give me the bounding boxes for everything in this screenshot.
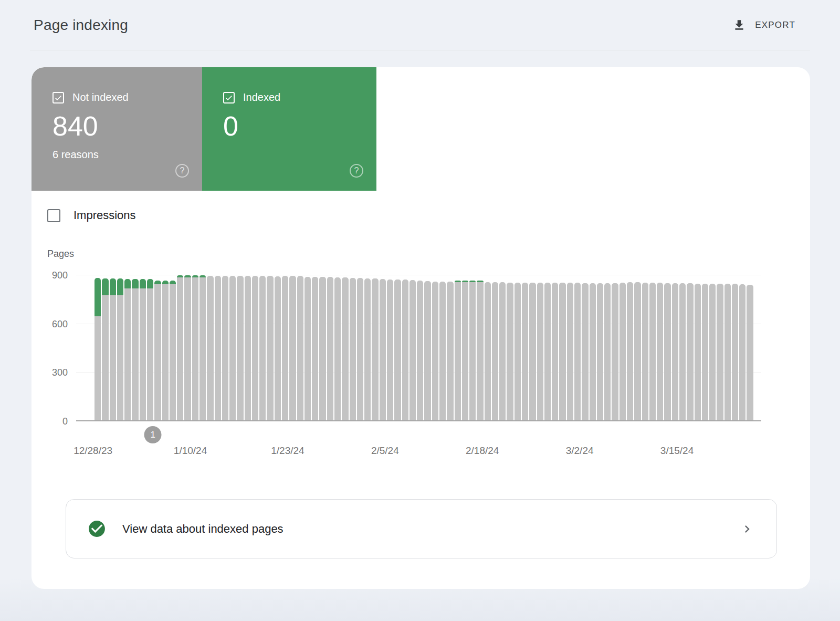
chart-bar[interactable]	[597, 283, 603, 420]
chart-bar[interactable]	[215, 276, 221, 420]
chart-bar[interactable]	[537, 283, 543, 420]
chart-bar[interactable]	[132, 279, 138, 420]
chart-bar[interactable]	[695, 284, 701, 420]
chevron-right-icon[interactable]	[740, 522, 754, 536]
chart-bar[interactable]	[574, 283, 581, 420]
chart-bar[interactable]	[417, 281, 423, 420]
chart-bar[interactable]	[252, 276, 258, 420]
export-button[interactable]: EXPORT	[732, 18, 795, 32]
not-indexed-card[interactable]: Not indexed 840 6 reasons ?	[32, 67, 202, 191]
view-indexed-data-card[interactable]: View data about indexed pages	[66, 499, 777, 558]
chart-bar[interactable]	[485, 282, 491, 420]
chart-bar[interactable]	[364, 278, 371, 420]
chart-bar[interactable]	[267, 276, 273, 420]
chart-bar[interactable]	[657, 283, 663, 420]
chart-bar[interactable]	[439, 282, 446, 420]
chart-bar[interactable]	[499, 282, 506, 420]
chart-bar[interactable]	[702, 284, 708, 420]
chart-bar[interactable]	[739, 284, 746, 420]
chart-bar[interactable]	[679, 283, 686, 420]
chart-bar[interactable]	[162, 281, 169, 420]
chart-bar[interactable]	[192, 275, 198, 420]
chart-bar[interactable]	[455, 281, 461, 420]
indexed-card[interactable]: Indexed 0 ?	[202, 67, 376, 191]
chart-bar[interactable]	[634, 282, 640, 420]
chart-bar[interactable]	[200, 275, 206, 420]
chart-bar[interactable]	[237, 276, 243, 420]
chart-bar[interactable]	[124, 279, 131, 420]
chart-bar[interactable]	[604, 283, 611, 420]
chart-bar[interactable]	[282, 276, 288, 420]
chart-bar[interactable]	[170, 281, 176, 420]
chart-bar[interactable]	[642, 283, 648, 420]
chart-bar[interactable]	[394, 280, 401, 420]
chart-bar[interactable]	[110, 278, 116, 420]
chart-bar[interactable]	[350, 278, 356, 420]
chart-bar[interactable]	[289, 276, 296, 420]
chart-bar[interactable]	[649, 283, 656, 420]
chart-bar[interactable]	[319, 277, 326, 420]
chart-bar[interactable]	[140, 279, 146, 420]
chart-bar[interactable]	[544, 283, 551, 420]
chart-bar[interactable]	[469, 281, 476, 420]
chart-bar[interactable]	[529, 283, 536, 420]
chart-bar[interactable]	[627, 282, 633, 420]
chart-bar[interactable]	[447, 282, 453, 420]
chart-bar[interactable]	[424, 281, 430, 420]
chart-bar[interactable]	[492, 282, 498, 420]
chart-bar[interactable]	[327, 277, 333, 420]
chart-bar[interactable]	[102, 278, 108, 420]
help-icon[interactable]: ?	[175, 164, 189, 178]
chart-bar[interactable]	[357, 278, 363, 420]
help-icon[interactable]: ?	[350, 164, 363, 178]
chart-bar[interactable]	[304, 277, 311, 420]
chart-bar[interactable]	[724, 284, 731, 420]
chart-bar[interactable]	[184, 275, 191, 420]
chart-bar[interactable]	[410, 280, 416, 420]
chart-bar[interactable]	[402, 280, 408, 420]
chart-bar[interactable]	[380, 279, 386, 420]
chart-bar[interactable]	[297, 276, 303, 420]
chart-bar[interactable]	[372, 278, 378, 420]
chart-bar[interactable]	[432, 282, 438, 420]
annotation-marker[interactable]: 1	[144, 426, 162, 443]
chart-bar[interactable]	[552, 283, 558, 420]
chart-bar[interactable]	[620, 283, 626, 420]
chart-bar[interactable]	[117, 278, 123, 420]
chart-bar[interactable]	[154, 281, 161, 420]
chart-bar[interactable]	[387, 280, 393, 420]
chart-bar[interactable]	[612, 283, 618, 420]
chart-bar[interactable]	[94, 278, 101, 420]
chart-bar[interactable]	[567, 283, 573, 420]
chart-bar[interactable]	[687, 283, 693, 420]
chart-bar[interactable]	[259, 276, 266, 420]
chart-bar[interactable]	[312, 277, 318, 420]
chart-bar[interactable]	[747, 285, 753, 420]
chart-bar[interactable]	[514, 283, 521, 420]
chart-bar[interactable]	[334, 277, 341, 420]
chart-bar[interactable]	[342, 277, 348, 420]
chart-bar[interactable]	[590, 283, 596, 420]
chart-bar[interactable]	[229, 276, 236, 420]
chart-bar[interactable]	[522, 283, 528, 420]
chart-bar[interactable]	[147, 279, 153, 420]
unchecked-checkbox-icon[interactable]	[47, 209, 60, 222]
chart-bar[interactable]	[709, 284, 716, 420]
chart-bar[interactable]	[582, 283, 588, 420]
chart-bar[interactable]	[275, 276, 281, 420]
chart-bar[interactable]	[664, 283, 670, 420]
chart-bar[interactable]	[507, 283, 513, 420]
checked-checkbox-icon[interactable]	[52, 92, 64, 104]
checked-checkbox-icon[interactable]	[223, 92, 235, 104]
chart-bar[interactable]	[207, 276, 213, 420]
chart-bar[interactable]	[672, 283, 678, 420]
chart-bar[interactable]	[177, 275, 183, 420]
chart-bar[interactable]	[245, 276, 251, 420]
chart-bar[interactable]	[222, 276, 228, 420]
chart-bar[interactable]	[732, 284, 738, 420]
chart-bar[interactable]	[477, 281, 483, 420]
impressions-toggle[interactable]: Impressions	[47, 209, 810, 222]
chart-bar[interactable]	[717, 284, 723, 420]
chart-bar[interactable]	[559, 283, 565, 420]
chart-bar[interactable]	[462, 281, 468, 420]
